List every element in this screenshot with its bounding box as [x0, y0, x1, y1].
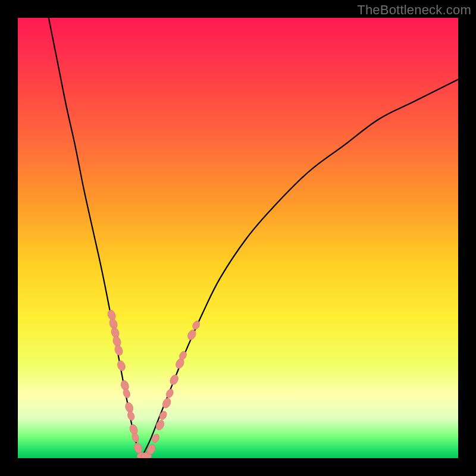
data-marker [126, 411, 135, 421]
bottleneck-curve-right [141, 80, 458, 458]
data-marker [186, 328, 198, 341]
data-marker [165, 388, 175, 399]
data-marker [191, 320, 201, 331]
curve-svg [18, 18, 458, 458]
data-markers [107, 309, 201, 458]
chart-stage: TheBottleneck.com [0, 0, 476, 476]
data-marker [155, 419, 166, 431]
data-marker [116, 359, 127, 372]
watermark-text: TheBottleneck.com [357, 2, 471, 18]
plot-area [18, 18, 458, 458]
data-marker [168, 374, 180, 386]
data-marker [158, 410, 168, 421]
data-marker [114, 344, 124, 356]
